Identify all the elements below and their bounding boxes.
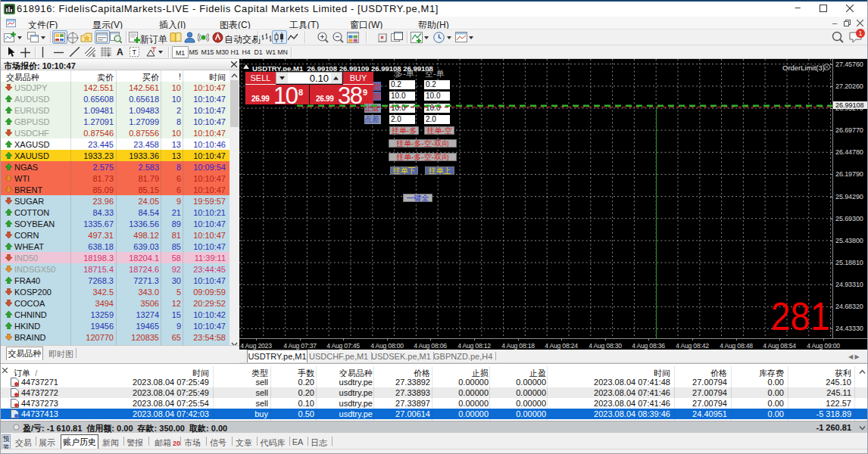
svg-text:T: T <box>133 48 137 56</box>
svg-text:E: E <box>92 53 95 57</box>
svg-text:F: F <box>108 53 111 57</box>
